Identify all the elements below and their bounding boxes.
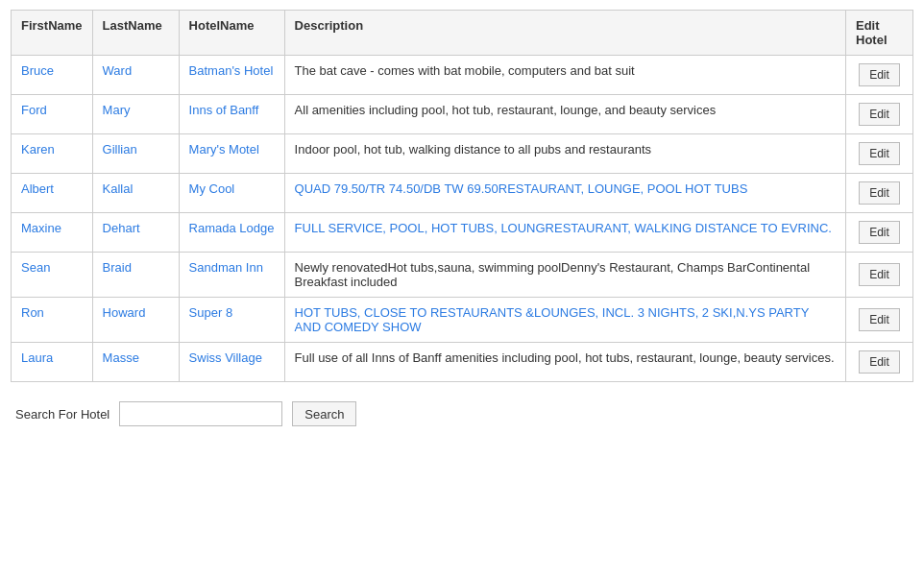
- table-header-row: FirstName LastName HotelName Description…: [12, 11, 913, 56]
- cell-lastname: Mary: [92, 95, 179, 134]
- table-row: RonHowardSuper 8HOT TUBS, CLOSE TO RESTA…: [12, 298, 913, 343]
- search-label: Search For Hotel: [15, 407, 109, 422]
- cell-firstname: Ford: [12, 95, 93, 134]
- edit-button[interactable]: Edit: [859, 63, 900, 86]
- cell-hotelname: Ramada Lodge: [179, 213, 284, 253]
- cell-hotelname: Batman's Hotel: [179, 56, 284, 95]
- cell-lastname: Howard: [92, 298, 179, 343]
- edit-button[interactable]: Edit: [859, 350, 900, 374]
- cell-description: The bat cave - comes with bat mobile, co…: [284, 56, 845, 95]
- edit-button[interactable]: Edit: [859, 308, 900, 331]
- table-body: BruceWardBatman's HotelThe bat cave - co…: [12, 56, 913, 382]
- cell-firstname: Laura: [12, 343, 93, 382]
- cell-edit: Edit: [846, 253, 913, 298]
- search-input[interactable]: [119, 401, 282, 426]
- edit-button[interactable]: Edit: [859, 221, 900, 244]
- cell-lastname: Gillian: [92, 134, 179, 174]
- table-row: SeanBraidSandman InnNewly renovatedHot t…: [12, 253, 913, 298]
- header-description: Description: [284, 11, 845, 56]
- main-container: FirstName LastName HotelName Description…: [11, 10, 913, 426]
- cell-edit: Edit: [846, 56, 913, 95]
- cell-edit: Edit: [846, 298, 913, 343]
- cell-hotelname: Inns of Banff: [179, 95, 284, 134]
- cell-firstname: Karen: [12, 134, 93, 174]
- cell-edit: Edit: [846, 134, 913, 174]
- cell-lastname: Braid: [92, 253, 179, 298]
- header-firstname: FirstName: [12, 11, 93, 56]
- cell-hotelname: Mary's Motel: [179, 134, 284, 174]
- cell-firstname: Albert: [12, 174, 93, 213]
- cell-description: Indoor pool, hot tub, walking distance t…: [284, 134, 845, 174]
- cell-edit: Edit: [846, 343, 913, 382]
- cell-firstname: Bruce: [12, 56, 93, 95]
- cell-firstname: Ron: [12, 298, 93, 343]
- search-button[interactable]: Search: [292, 401, 356, 426]
- header-hotelname: HotelName: [179, 11, 284, 56]
- cell-lastname: Kallal: [92, 174, 179, 213]
- search-area: Search For Hotel Search: [11, 401, 913, 426]
- hotels-table: FirstName LastName HotelName Description…: [11, 10, 913, 382]
- header-edit: Edit Hotel: [846, 11, 913, 56]
- edit-button[interactable]: Edit: [859, 181, 900, 205]
- cell-description: All amenities including pool, hot tub, r…: [284, 95, 845, 134]
- cell-hotelname: Super 8: [179, 298, 284, 343]
- cell-lastname: Masse: [92, 343, 179, 382]
- cell-description: Full use of all Inns of Banff amenities …: [284, 343, 845, 382]
- cell-lastname: Dehart: [92, 213, 179, 253]
- table-row: KarenGillianMary's MotelIndoor pool, hot…: [12, 134, 913, 174]
- cell-hotelname: My Cool: [179, 174, 284, 213]
- table-row: LauraMasseSwiss VillageFull use of all I…: [12, 343, 913, 382]
- cell-hotelname: Swiss Village: [179, 343, 284, 382]
- table-row: MaxineDehartRamada LodgeFULL SERVICE, PO…: [12, 213, 913, 253]
- edit-button[interactable]: Edit: [859, 103, 900, 126]
- cell-lastname: Ward: [92, 56, 179, 95]
- cell-hotelname: Sandman Inn: [179, 253, 284, 298]
- edit-button[interactable]: Edit: [859, 142, 900, 165]
- table-row: FordMaryInns of BanffAll amenities inclu…: [12, 95, 913, 134]
- cell-edit: Edit: [846, 95, 913, 134]
- cell-edit: Edit: [846, 174, 913, 213]
- cell-firstname: Maxine: [12, 213, 93, 253]
- table-row: BruceWardBatman's HotelThe bat cave - co…: [12, 56, 913, 95]
- header-lastname: LastName: [92, 11, 179, 56]
- table-row: AlbertKallalMy CoolQUAD 79.50/TR 74.50/D…: [12, 174, 913, 213]
- cell-description: HOT TUBS, CLOSE TO RESTAURANTS &LOUNGES,…: [284, 298, 845, 343]
- edit-button[interactable]: Edit: [859, 263, 900, 286]
- cell-firstname: Sean: [12, 253, 93, 298]
- cell-description: Newly renovatedHot tubs,sauna, swimming …: [284, 253, 845, 298]
- cell-description: FULL SERVICE, POOL, HOT TUBS, LOUNGRESTA…: [284, 213, 845, 253]
- cell-edit: Edit: [846, 213, 913, 253]
- cell-description: QUAD 79.50/TR 74.50/DB TW 69.50RESTAURAN…: [284, 174, 845, 213]
